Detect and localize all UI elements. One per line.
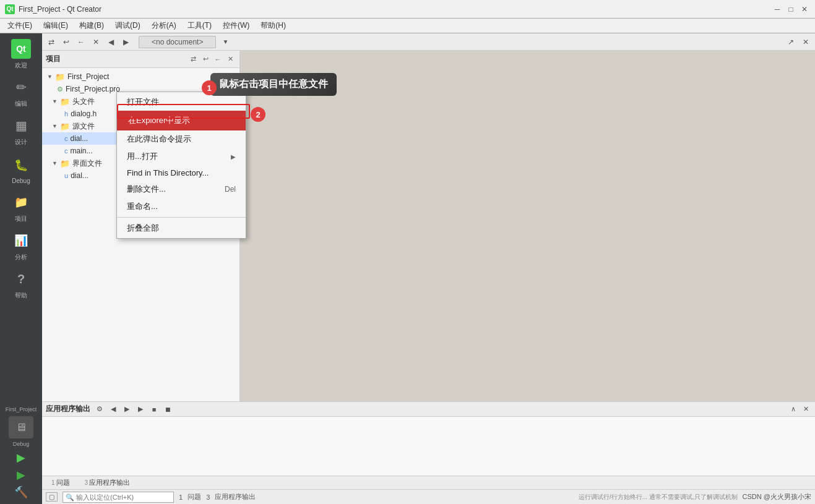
file-icon-dialog-h: h: [64, 110, 68, 117]
sidebar-item-debug[interactable]: 🐛 Debug: [2, 151, 40, 188]
menu-bar: 文件(E) 编辑(E) 构建(B) 调试(D) 分析(A) 工具(T) 控件(W…: [0, 19, 815, 33]
output-prev-btn[interactable]: ◀: [108, 404, 119, 415]
context-menu-delete-file[interactable]: 删除文件... Del: [117, 181, 246, 198]
tree-label-sources: 源文件: [72, 121, 95, 132]
output-toolbar: ⚙ ◀ ▶ ▶ ■ ⏹: [94, 404, 173, 415]
menu-build[interactable]: 构建(B): [74, 19, 109, 32]
issues-badge: 1: [51, 479, 55, 486]
status-output-count: 3: [206, 493, 210, 501]
status-author: CSDN @火火男孩小宋: [743, 492, 811, 502]
output-next-btn[interactable]: ▶: [121, 404, 132, 415]
tree-label-root: First_Project: [67, 72, 109, 81]
build-button[interactable]: 🔨: [14, 485, 28, 499]
context-menu-open-with[interactable]: 用...打开 ▶: [117, 148, 246, 165]
debug-run-button[interactable]: ▶: [17, 468, 25, 482]
toolbar-btn-1[interactable]: ⇄: [45, 35, 58, 49]
edit-icon: ✏: [11, 77, 31, 97]
sidebar-item-edit[interactable]: ✏ 编辑: [2, 74, 40, 111]
context-menu-rename[interactable]: 重命名...: [117, 198, 246, 215]
bottom-panel-header: 应用程序输出 ⚙ ◀ ▶ ▶ ■ ⏹ ∧ ✕: [42, 402, 815, 417]
menu-tools[interactable]: 工具(T): [183, 19, 217, 32]
toolbar-btn-back[interactable]: ◀: [104, 35, 118, 49]
run-button[interactable]: ▶: [17, 451, 25, 464]
menu-analyze[interactable]: 分析(A): [147, 19, 181, 32]
folder-icon-root: 📁: [55, 72, 65, 82]
file-icon-dialog-cpp: c: [64, 135, 68, 142]
sidebar-item-help[interactable]: ? 帮助: [2, 266, 40, 303]
file-icon-main-cpp: c: [64, 147, 68, 155]
status-bar-right: 运行调试行/行方始终行... 通常不需要调试,只了解调试机制 CSDN @火火男…: [579, 492, 811, 502]
debug-icon: 🐛: [11, 155, 31, 175]
close-button[interactable]: ✕: [799, 4, 810, 15]
sidebar-item-project[interactable]: 📁 项目: [2, 189, 40, 226]
menu-file[interactable]: 文件(E): [2, 19, 37, 32]
show-explorer-label: 在Explorer中显示: [128, 115, 190, 126]
open-terminal-label: 在此弹出命令提示: [127, 134, 191, 145]
project-panel-title: 项目: [46, 54, 61, 64]
context-menu-find-directory[interactable]: Find in This Directory...: [117, 165, 246, 181]
tab-issues[interactable]: 1问题: [45, 476, 77, 489]
project-panel-close[interactable]: ✕: [225, 54, 236, 65]
folder-icon-sources: 📁: [60, 122, 70, 131]
sidebar-edit-label: 编辑: [15, 100, 27, 108]
circle-1-label: 1: [207, 83, 211, 93]
project-panel-header: 项目 ⇄ ↩ ← ✕: [42, 51, 239, 68]
sidebar-item-analyze[interactable]: 📊 分析: [2, 228, 40, 265]
locate-input[interactable]: [63, 492, 174, 503]
menu-control[interactable]: 控件(W): [218, 19, 254, 32]
project-panel-back[interactable]: ←: [212, 54, 223, 65]
context-menu-separator: [117, 217, 246, 218]
bottom-panel-close[interactable]: ✕: [800, 404, 811, 415]
design-icon: ▦: [11, 116, 31, 135]
menu-edit[interactable]: 编辑(E): [38, 19, 73, 32]
output-settings-btn[interactable]: ⚙: [94, 404, 105, 415]
annotation-bubble: 鼠标右击项目中任意文件: [210, 73, 337, 96]
tree-label-main-cpp: main...: [71, 147, 93, 155]
toolbar-btn-close[interactable]: ✕: [89, 35, 103, 49]
status-bar-left: ▢ 1 问题 3 应用程序输出: [46, 492, 256, 503]
menu-debug[interactable]: 调试(D): [110, 19, 145, 32]
sidebar-debug-label: Debug: [12, 177, 30, 184]
output-clear-btn[interactable]: ⏹: [162, 404, 173, 415]
context-menu-open-terminal[interactable]: 在此弹出命令提示: [117, 130, 246, 148]
status-info-text: 运行调试行/行方始终行... 通常不需要调试,只了解调试机制: [579, 493, 738, 502]
tree-label-pro: First_Project.pro: [66, 85, 120, 93]
tree-label-dialog-cpp: dial...: [71, 134, 88, 143]
output-stop-btn[interactable]: ■: [149, 404, 160, 415]
bottom-sidebar-project-label: First_Project: [6, 406, 37, 412]
toolbar-btn-2[interactable]: ↩: [59, 35, 73, 49]
context-menu-collapse-all[interactable]: 折叠全部: [117, 220, 246, 237]
editor-tab-no-document[interactable]: <no document>: [139, 36, 216, 48]
bottom-panel-title: 应用程序输出: [46, 404, 90, 414]
window-title: First_Project - Qt Creator: [19, 5, 101, 14]
right-expand-btn[interactable]: ↗: [784, 35, 798, 49]
toolbar-btn-3[interactable]: ←: [74, 35, 88, 49]
bottom-sidebar-debug-icon: 🖥 Debug: [9, 416, 33, 447]
sidebar-item-welcome[interactable]: Qt 欢迎: [2, 36, 40, 73]
bottom-panel-content: [42, 417, 815, 476]
output-run-btn[interactable]: ▶: [135, 404, 146, 415]
project-panel-filter[interactable]: ↩: [200, 54, 211, 65]
right-close-btn[interactable]: ✕: [799, 35, 813, 49]
context-menu-open-file[interactable]: 打开文件: [117, 93, 246, 111]
tree-label-dialog-ui: dial...: [71, 171, 88, 180]
bottom-panel-expand[interactable]: ∧: [788, 404, 799, 415]
find-directory-label: Find in This Directory...: [127, 168, 209, 177]
editor-area: [240, 51, 815, 401]
toolbar-btn-forward[interactable]: ▶: [119, 35, 132, 49]
maximize-button[interactable]: □: [785, 4, 796, 15]
tree-arrow-root: ▼: [47, 74, 53, 80]
tab-output[interactable]: 3应用程序输出: [78, 476, 137, 489]
file-icon-dialog-ui: u: [64, 172, 68, 179]
tree-arrow-sources: ▼: [52, 123, 58, 129]
context-menu: 打开文件 在Explorer中显示 在此弹出命令提示 用...打开 ▶ Find…: [116, 92, 246, 239]
context-menu-show-explorer[interactable]: 在Explorer中显示: [117, 111, 246, 130]
sidebar-design-label: 设计: [15, 138, 27, 147]
annotation-circle-1: 1: [202, 80, 217, 95]
menu-help[interactable]: 帮助(H): [256, 19, 291, 32]
editor-tab-arrow[interactable]: ▼: [218, 35, 232, 49]
minimize-button[interactable]: ─: [772, 4, 783, 15]
title-bar-controls: ─ □ ✕: [772, 4, 810, 15]
sidebar-item-design[interactable]: ▦ 设计: [2, 113, 40, 150]
project-panel-sync[interactable]: ⇄: [188, 54, 199, 65]
